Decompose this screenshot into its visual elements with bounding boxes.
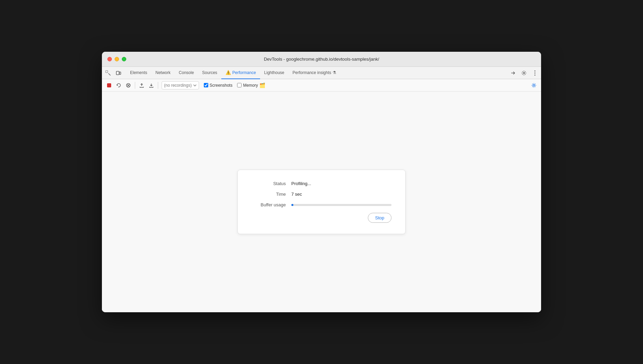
status-row: Status Profiling... (252, 181, 391, 186)
buffer-label: Buffer usage (252, 202, 286, 207)
tab-bar-icons (103, 68, 123, 78)
devtools-panel: Elements Network Console Sources ⚠️ Perf… (102, 67, 541, 312)
buffer-bar-fill (291, 204, 293, 206)
tab-console[interactable]: Console (175, 67, 198, 79)
kebab-menu-icon[interactable] (530, 68, 540, 78)
screenshots-group: Screenshots (204, 83, 233, 88)
screenshots-label[interactable]: Screenshots (204, 83, 233, 88)
buffer-row: Buffer usage (252, 202, 391, 207)
svg-point-4 (535, 70, 536, 71)
stop-recording-button[interactable] (105, 81, 114, 90)
svg-rect-1 (116, 71, 119, 75)
memory-checkbox[interactable] (237, 83, 242, 87)
svg-point-6 (535, 74, 536, 75)
title-bar: DevTools - googlechrome.github.io/devtoo… (102, 52, 541, 67)
svg-rect-2 (119, 72, 121, 74)
clear-button[interactable] (124, 81, 133, 90)
tab-performance-insights[interactable]: Performance insights ⚗ (289, 67, 341, 79)
svg-point-5 (535, 72, 536, 73)
svg-rect-7 (107, 83, 111, 87)
tab-sources[interactable]: Sources (198, 67, 221, 79)
time-label: Time (252, 192, 286, 197)
device-toolbar-icon[interactable] (114, 68, 123, 78)
reload-profile-button[interactable] (114, 81, 123, 90)
svg-point-3 (523, 72, 525, 74)
svg-rect-0 (106, 71, 108, 73)
dialog-actions: Stop (252, 213, 391, 223)
tab-network[interactable]: Network (151, 67, 175, 79)
devtools-tab-bar: Elements Network Console Sources ⚠️ Perf… (102, 67, 541, 79)
browser-window: DevTools - googlechrome.github.io/devtoo… (102, 52, 541, 312)
upload-profile-button[interactable] (137, 81, 146, 90)
stop-button[interactable]: Stop (368, 213, 391, 223)
time-value: 7 sec (291, 192, 302, 197)
traffic-lights (107, 57, 126, 61)
time-row: Time 7 sec (252, 192, 391, 197)
settings-icon[interactable] (519, 68, 529, 78)
minimize-button[interactable] (115, 57, 119, 61)
capture-settings-icon[interactable] (529, 81, 538, 90)
memory-detail-icon: 🗂️ (259, 83, 265, 88)
performance-warning-icon: ⚠️ (225, 70, 231, 75)
download-profile-button[interactable] (147, 81, 156, 90)
flask-icon: ⚗ (332, 70, 336, 75)
recordings-placeholder: (no recordings) (164, 83, 192, 88)
maximize-button[interactable] (122, 57, 126, 61)
tab-lighthouse[interactable]: Lighthouse (260, 67, 289, 79)
status-label: Status (252, 181, 286, 186)
tab-elements[interactable]: Elements (126, 67, 151, 79)
toolbar-divider-2 (158, 82, 158, 89)
performance-toolbar: (no recordings) Screenshots Memory 🗂️ (102, 79, 541, 92)
status-value: Profiling... (291, 181, 311, 186)
memory-group: Memory 🗂️ (237, 83, 265, 88)
recordings-selector[interactable]: (no recordings) (162, 81, 199, 89)
inspect-element-icon[interactable] (103, 68, 113, 78)
devtools-main-content: Status Profiling... Time 7 sec Buffer us… (102, 92, 541, 312)
screenshots-checkbox[interactable] (204, 83, 208, 87)
window-title: DevTools - googlechrome.github.io/devtoo… (264, 57, 379, 62)
tab-bar-right-icons (508, 68, 540, 78)
dropdown-chevron-icon (193, 84, 197, 86)
tab-performance[interactable]: ⚠️ Performance (221, 67, 260, 79)
recording-dialog: Status Profiling... Time 7 sec Buffer us… (237, 170, 406, 234)
memory-label[interactable]: Memory (237, 83, 258, 88)
toolbar-divider-1 (135, 82, 135, 89)
more-tabs-icon[interactable] (508, 68, 518, 78)
buffer-bar (291, 204, 391, 206)
svg-point-9 (533, 84, 535, 86)
close-button[interactable] (107, 57, 112, 61)
